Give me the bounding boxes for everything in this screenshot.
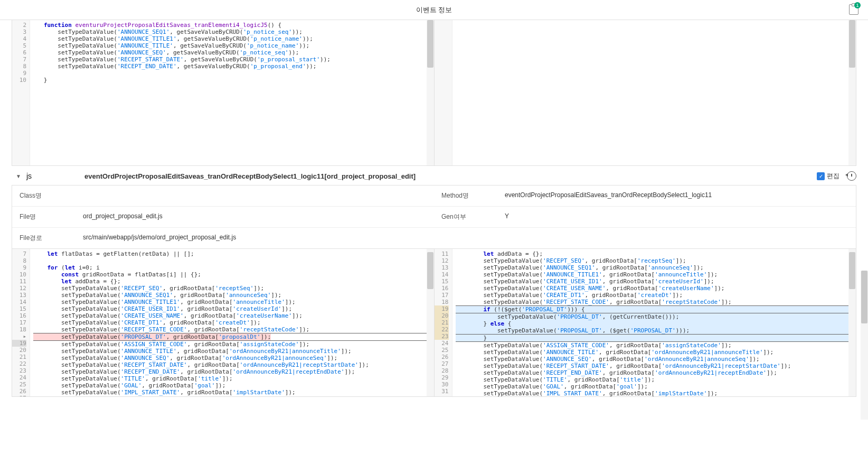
- code-body[interactable]: [452, 20, 856, 165]
- section-language: js: [26, 172, 32, 180]
- diff-panel: 789101112131415161718▸192021222324252627…: [12, 249, 856, 397]
- history-icon[interactable]: [847, 171, 856, 181]
- scrollbar[interactable]: [427, 249, 434, 396]
- edit-label: 편집: [827, 172, 839, 181]
- code-body[interactable]: function eventuruProjectProposalEditSave…: [30, 20, 434, 165]
- file-label: File명: [12, 207, 76, 227]
- code-body[interactable]: let addData = {}; setTypeDataValue('RECE…: [452, 249, 856, 396]
- clipboard-button[interactable]: 1: [849, 4, 858, 15]
- gen-value: Y: [497, 207, 856, 227]
- collapse-toggle[interactable]: ▼: [16, 173, 21, 179]
- gutter: [435, 20, 452, 165]
- check-icon: ✓: [817, 172, 825, 180]
- upper-code-left: 2345678910 function eventuruProjectPropo…: [12, 20, 435, 165]
- scrollbar[interactable]: [427, 20, 434, 165]
- code-body[interactable]: let flatDatas = getFlatten(retData) || […: [30, 249, 434, 396]
- section-title: eventOrdProjectProposalEditSaveas_tranOr…: [84, 172, 416, 180]
- upper-code-right: [435, 20, 856, 165]
- gutter: 1112131415161718192021222324252627282930…: [435, 249, 452, 396]
- notification-badge: 1: [854, 2, 861, 8]
- info-table: Class명 Method명 eventOrdProjectProposalEd…: [12, 185, 856, 249]
- gutter: 2345678910: [12, 20, 30, 165]
- method-label: Method명: [434, 186, 497, 206]
- scrollbar[interactable]: [848, 20, 856, 165]
- page-scrollbar[interactable]: [861, 271, 868, 397]
- gutter: 789101112131415161718▸192021222324252627: [12, 249, 30, 396]
- section-header: ▼ js eventOrdProjectProposalEditSaveas_t…: [12, 166, 856, 185]
- page-title: 이벤트 정보: [416, 5, 452, 15]
- edit-checkbox[interactable]: ✓ 편집: [817, 172, 839, 181]
- diff-right: 1112131415161718192021222324252627282930…: [435, 249, 856, 396]
- class-label: Class명: [12, 186, 76, 206]
- page-header: 이벤트 정보 1: [0, 0, 868, 20]
- upper-code-panel: 2345678910 function eventuruProjectPropo…: [12, 20, 856, 166]
- method-value: eventOrdProjectProposalEditSaveas_tranOr…: [497, 186, 856, 206]
- scrollbar[interactable]: [848, 249, 856, 396]
- gen-label: Gen여부: [434, 207, 497, 227]
- class-value: [76, 186, 434, 206]
- file-value: ord_project_proposal_edit.js: [76, 207, 434, 227]
- path-value: src/main/webapp/js/demo/ord_project_prop…: [76, 228, 856, 248]
- diff-left: 789101112131415161718▸192021222324252627…: [12, 249, 435, 396]
- path-label: File경로: [12, 228, 76, 248]
